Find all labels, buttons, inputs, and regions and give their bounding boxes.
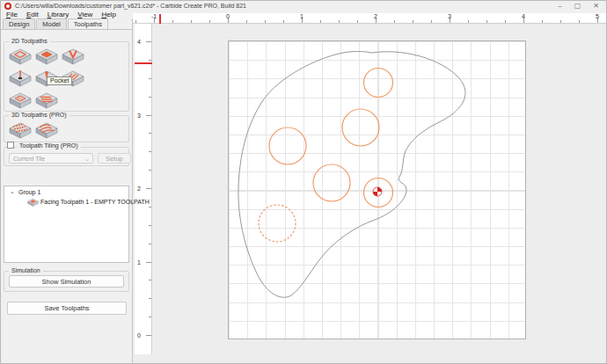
minimize-button[interactable]: – xyxy=(558,1,561,11)
ruler-tick xyxy=(320,20,321,23)
tiling-checkbox[interactable] xyxy=(7,142,14,149)
ruler-tick xyxy=(172,20,173,23)
ruler-tick xyxy=(283,20,284,23)
ruler-tick xyxy=(505,20,506,23)
chevron-down-icon: ⌄ xyxy=(84,154,90,164)
ruler-tick xyxy=(149,60,151,61)
h-ruler-label: 5 xyxy=(596,13,599,19)
sidebar: Design Model Toolpaths 2D Toolpaths xyxy=(1,18,133,364)
group-toolpath-tiling: Toolpath Tiling (PRO) Current Tile ⌄ Set… xyxy=(4,147,129,166)
ruler-tick xyxy=(149,317,151,317)
save-toolpaths-button[interactable]: Save Toolpaths xyxy=(7,302,127,315)
ruler-tick xyxy=(579,20,580,23)
toolpath-icon-grid-3d xyxy=(9,121,88,143)
toolpath-group-label: Group 1 xyxy=(18,189,40,195)
v-ruler-label: 4 xyxy=(137,39,141,45)
ruler-tick xyxy=(149,207,151,207)
menu-edit[interactable]: Edit xyxy=(25,11,40,18)
show-simulation-button[interactable]: Show Simulation xyxy=(9,275,124,288)
setup-button[interactable]: Setup xyxy=(98,153,131,164)
ruler-tick xyxy=(146,335,151,336)
ruler-tick xyxy=(149,170,151,171)
ruler-tick xyxy=(146,41,151,42)
ruler-tick xyxy=(394,20,395,23)
3d-rough-toolpath-icon[interactable] xyxy=(9,121,32,139)
ruler-tick xyxy=(468,20,469,23)
maximize-button[interactable]: ▢ xyxy=(574,1,581,11)
current-tile-select[interactable]: Current Tile ⌄ xyxy=(9,153,93,164)
ruler-tick xyxy=(339,20,340,23)
v-ruler-label: 1 xyxy=(137,258,141,265)
menu-bar: File Edit Library View Help xyxy=(1,11,133,18)
ruler-tick xyxy=(357,20,358,23)
v-ruler-label: 0 xyxy=(137,332,141,339)
menu-view[interactable]: View xyxy=(76,11,94,18)
ruler-tick xyxy=(146,262,151,263)
pocket-toolpath-icon[interactable] xyxy=(35,47,58,65)
horizontal-ruler: -1012345 xyxy=(133,13,607,24)
v-ruler-label: 3 xyxy=(137,112,141,118)
toolpath-group-row[interactable]: ⌄ Group 1 xyxy=(4,188,128,197)
app-icon xyxy=(4,3,11,10)
current-tile-value: Current Tile xyxy=(13,156,45,162)
group-3d-toolpaths: 3D Toolpaths (PRO) xyxy=(4,115,129,142)
circle-vector[interactable] xyxy=(269,127,306,164)
part-outline[interactable] xyxy=(238,52,465,298)
ruler-tick xyxy=(560,20,561,23)
ruler-tick xyxy=(149,151,151,152)
h-ruler-label: -1 xyxy=(151,13,157,19)
pocket-tooltip: Pocket xyxy=(47,76,72,85)
ruler-tick xyxy=(431,20,432,23)
ruler-tick xyxy=(413,20,413,23)
ruler-tick xyxy=(149,225,151,226)
toolpath-item-label: Facing Toolpath 1 - EMPTY TOOLPATH xyxy=(40,199,150,205)
datum-origin-marker[interactable] xyxy=(373,187,382,196)
tab-design[interactable]: Design xyxy=(3,18,35,29)
h-ruler-label: 1 xyxy=(300,13,304,19)
ruler-tick xyxy=(146,188,151,189)
menu-help[interactable]: Help xyxy=(99,11,117,18)
circle-vector[interactable] xyxy=(364,69,393,98)
menu-file[interactable]: File xyxy=(4,11,19,18)
ruler-tick xyxy=(149,298,151,299)
v-carve-toolpath-icon[interactable] xyxy=(62,47,84,65)
ruler-tick xyxy=(149,280,151,280)
close-button[interactable]: ✕ xyxy=(593,1,599,11)
circle-vector-selected[interactable] xyxy=(259,205,296,242)
tab-bar: Design Model Toolpaths xyxy=(3,18,109,29)
h-ruler-label: 4 xyxy=(522,13,525,19)
cursor-position-marker-x xyxy=(159,14,161,24)
contour-toolpath-icon[interactable] xyxy=(9,47,32,65)
h-ruler-label: 3 xyxy=(448,13,451,19)
window-controls: – ▢ ✕ xyxy=(552,1,604,11)
ruler-tick xyxy=(246,20,247,23)
circle-vector[interactable] xyxy=(342,109,379,146)
stock-area[interactable] xyxy=(228,40,526,339)
vertical-ruler: 43210 xyxy=(135,24,152,354)
ruler-tick xyxy=(265,20,266,23)
ruler-tick xyxy=(191,20,192,23)
drill-toolpath-icon[interactable] xyxy=(9,69,32,87)
ruler-tick xyxy=(486,20,487,23)
group-simulation: Simulation Show Simulation xyxy=(4,271,129,292)
menu-library[interactable]: Library xyxy=(46,11,70,18)
group-2d-toolpaths-label: 2D Toolpaths xyxy=(9,38,50,44)
tab-toolpaths[interactable]: Toolpaths xyxy=(68,18,108,29)
ruler-tick xyxy=(149,133,151,134)
cursor-position-marker-y xyxy=(135,62,152,64)
simulation-label: Simulation xyxy=(9,267,43,273)
chevron-down-icon[interactable]: ⌄ xyxy=(10,188,15,195)
engrave-toolpath-icon[interactable] xyxy=(9,91,32,109)
toolpath-list-item[interactable]: Facing Toolpath 1 - EMPTY TOOLPATH xyxy=(4,198,128,207)
3d-finish-toolpath-icon[interactable] xyxy=(35,121,58,139)
tab-model[interactable]: Model xyxy=(36,18,66,29)
facing-toolpath-icon xyxy=(27,198,39,207)
toolpath-list: ⌄ Group 1 Facing Toolpath 1 - EMPTY TOOL… xyxy=(4,186,129,263)
circle-vector[interactable] xyxy=(313,164,350,201)
vector-drawing[interactable] xyxy=(229,41,527,340)
ruler-tick xyxy=(149,97,151,98)
h-ruler-label: 2 xyxy=(374,13,377,19)
h-ruler-label: 0 xyxy=(226,13,230,19)
window-title: C:/Users/willa/Downloads/customer part_v… xyxy=(15,3,246,9)
slot-toolpath-icon[interactable] xyxy=(35,91,58,109)
